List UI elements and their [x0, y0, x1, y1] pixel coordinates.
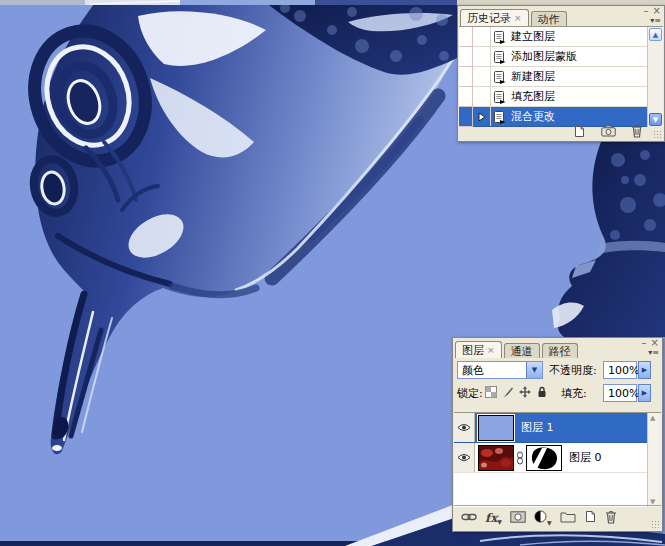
history-brush-checkbox[interactable]: [459, 87, 473, 107]
layer-mask-thumbnail[interactable]: [526, 445, 562, 471]
tab-paths-label: 路径: [549, 344, 571, 359]
new-document-from-state-button[interactable]: [573, 125, 586, 141]
minimize-icon[interactable]: –: [642, 338, 647, 348]
new-layer-button[interactable]: [584, 510, 597, 526]
add-layer-mask-button[interactable]: [510, 511, 526, 526]
fill-value[interactable]: 100%: [603, 384, 637, 402]
history-scrollbar[interactable]: ▲ ▼: [647, 27, 663, 127]
history-state-icon: [491, 50, 508, 64]
history-item-add-layer-mask[interactable]: 添加图层蒙版: [459, 47, 663, 67]
blend-mode-select[interactable]: 颜色 ▼: [457, 361, 543, 379]
layer-list: 图层 1 图层 0 ▲ ▼: [454, 412, 661, 507]
tab-layers[interactable]: 图层 ×: [455, 341, 502, 358]
tab-close-icon[interactable]: ×: [487, 346, 495, 355]
history-brush-checkbox[interactable]: [459, 67, 473, 87]
history-item-label: 新建图层: [508, 69, 555, 84]
tab-actions-label: 动作: [538, 12, 560, 27]
chevron-down-icon: ▼: [547, 519, 552, 526]
new-adjustment-layer-button[interactable]: ▼: [534, 510, 552, 526]
history-bottom-bar: [459, 125, 663, 140]
opacity-arrow-button[interactable]: ▶: [638, 361, 651, 379]
tab-channels[interactable]: 通道: [504, 343, 540, 358]
link-layers-button[interactable]: [461, 512, 477, 525]
tab-paths[interactable]: 路径: [542, 343, 578, 358]
history-item-make-layer[interactable]: 建立图层: [459, 27, 663, 47]
history-item-label: 添加图层蒙版: [508, 49, 577, 64]
layer-thumbnail[interactable]: [478, 445, 514, 471]
layer-row-layer0[interactable]: 图层 0: [454, 443, 661, 473]
scroll-up-button[interactable]: ▲: [649, 28, 662, 41]
lock-all-padlock-icon[interactable]: [536, 386, 548, 401]
scroll-up-icon: ▲: [650, 414, 655, 422]
visibility-toggle[interactable]: [454, 443, 475, 472]
history-item-label: 建立图层: [508, 29, 555, 44]
new-snapshot-camera-button[interactable]: [601, 125, 616, 140]
layers-bottom-bar: fx▼ ▼: [454, 505, 661, 530]
panel-resize-grip[interactable]: [651, 520, 660, 529]
layer-row-layer1[interactable]: 图层 1: [454, 413, 661, 443]
tab-channels-label: 通道: [511, 344, 533, 359]
panel-resize-grip[interactable]: [653, 130, 662, 139]
history-panel-header: 历史记录 × 动作 – × ▾≡: [458, 6, 664, 26]
panel-menu-icon[interactable]: ▾≡: [650, 16, 661, 25]
history-item-new-layer[interactable]: 新建图层: [459, 67, 663, 87]
history-panel: 历史记录 × 动作 – × ▾≡ 建立图层: [457, 5, 665, 142]
layer-list-scrollbar[interactable]: ▲ ▼: [647, 413, 661, 507]
eye-icon: [457, 453, 471, 462]
tab-history-label: 历史记录: [467, 11, 511, 26]
delete-state-trash-button[interactable]: [631, 124, 643, 141]
history-state-icon: [491, 70, 508, 84]
close-icon[interactable]: ×: [653, 6, 661, 16]
history-list: 建立图层 添加图层蒙版 新建图层: [459, 26, 663, 127]
lock-pixels-brush-icon[interactable]: [502, 386, 514, 401]
layer-name[interactable]: 图层 1: [514, 420, 554, 435]
history-brush-checkbox[interactable]: [459, 27, 473, 47]
history-state-icon: [491, 30, 508, 44]
opacity-label: 不透明度:: [549, 363, 597, 378]
visibility-toggle[interactable]: [454, 413, 475, 442]
tab-layers-label: 图层: [462, 343, 484, 358]
new-group-folder-button[interactable]: [560, 511, 576, 526]
history-item-fill-layer[interactable]: 填充图层: [459, 87, 663, 107]
panel-menu-icon[interactable]: ▾≡: [648, 348, 659, 357]
eye-icon: [457, 423, 471, 432]
history-state-slider-icon[interactable]: [478, 112, 486, 122]
delete-layer-trash-button[interactable]: [605, 510, 617, 527]
layers-panel-header: 图层 × 通道 路径 – × ▾≡: [453, 338, 662, 358]
layer-thumbnail[interactable]: [478, 415, 514, 441]
layer-name[interactable]: 图层 0: [562, 450, 602, 465]
history-item-label: 混合更改: [508, 109, 555, 124]
layers-panel: 图层 × 通道 路径 – × ▾≡ 颜色 ▼ 不透明度:: [452, 337, 663, 532]
fill-arrow-button[interactable]: ▶: [638, 384, 651, 402]
tab-close-icon[interactable]: ×: [514, 14, 522, 23]
mask-link-chain-icon[interactable]: [516, 451, 524, 465]
chevron-down-icon: ▼: [497, 518, 502, 525]
minimize-icon[interactable]: –: [644, 6, 649, 16]
blend-opacity-row: 颜色 ▼ 不透明度: 100% ▶: [453, 358, 662, 382]
lock-label: 锁定:: [457, 386, 483, 401]
fill-label: 填充:: [561, 386, 587, 401]
history-brush-checkbox[interactable]: [459, 47, 473, 67]
lock-position-move-icon[interactable]: [519, 386, 531, 401]
lock-transparency-icon[interactable]: [485, 386, 497, 401]
tab-history[interactable]: 历史记录 ×: [460, 9, 529, 26]
close-icon[interactable]: ×: [651, 338, 659, 348]
history-item-label: 填充图层: [508, 89, 555, 104]
tab-actions[interactable]: 动作: [531, 11, 567, 26]
blend-mode-value: 颜色: [458, 363, 526, 378]
history-state-icon: [491, 90, 508, 104]
opacity-value[interactable]: 100%: [603, 361, 637, 379]
photoshop-workspace: 历史记录 × 动作 – × ▾≡ 建立图层: [0, 0, 665, 546]
layer-style-fx-button[interactable]: fx▼: [485, 512, 502, 525]
history-brush-checkbox[interactable]: [459, 107, 473, 127]
history-state-icon: [491, 110, 508, 124]
lock-fill-row: 锁定: 填充: 100% ▶: [453, 382, 662, 404]
chevron-down-icon[interactable]: ▼: [526, 362, 542, 378]
